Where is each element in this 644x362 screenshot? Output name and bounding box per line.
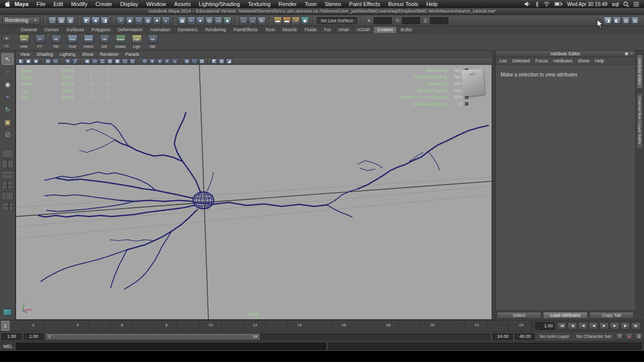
mac-menu-edit[interactable]: Edit [49,0,67,8]
mac-menu-create[interactable]: Create [92,0,116,8]
output-connections-icon[interactable]: ← [249,17,257,25]
persp-outliner-layout[interactable] [2,192,14,200]
select-by-hierarchy-icon[interactable]: ◩ [83,17,91,25]
shelf-tab-general[interactable]: General [17,27,41,33]
mask-dynamics-icon[interactable]: ● [153,17,161,25]
step-forward-key-button[interactable]: |▶ [620,322,630,330]
mac-user[interactable]: aqt [612,2,619,7]
shelf-tab-muscle[interactable]: Muscle [279,27,301,33]
shelf-tab-painteffects[interactable]: PaintEffects [230,27,262,33]
apple-icon[interactable] [5,1,11,7]
grease-pencil-icon[interactable]: ╱ [72,58,78,64]
attribute-editor-header[interactable]: Attribute Editor ▣ × [496,51,635,57]
menu-set-dropdown[interactable]: Rendering ▼ [2,17,40,25]
save-scene-icon[interactable]: ▥ [66,17,74,25]
neuron-dendrite[interactable] [127,210,198,250]
grid-toggle-icon[interactable]: ▦ [84,58,91,64]
occlusion-icon[interactable]: ◍ [184,58,190,64]
joints-xray-icon[interactable]: ◪ [226,58,232,64]
shelf-button-shake[interactable]: shakeshake [114,35,127,49]
snap-to-view-plane-icon[interactable]: ▭ [214,17,222,25]
image-plane-icon[interactable]: ▭ [52,58,59,64]
film-gate-icon[interactable]: ▭ [92,58,98,64]
camera-attributes-icon[interactable]: ◉ [33,58,39,64]
mac-menu-toon[interactable]: Toon [301,0,321,8]
ae-menu-selected[interactable]: Selected [512,58,530,63]
neuron-dendrite[interactable] [358,160,383,168]
safe-title-icon[interactable]: ◰ [129,58,136,64]
separator[interactable] [77,16,79,25]
mac-menu-bonus-tools[interactable]: Bonus Tools [384,0,422,8]
image-plane-card[interactable]: A01 [461,68,485,97]
neuron-dendrite[interactable] [111,250,127,288]
mac-menu-window[interactable]: Window [142,0,170,8]
mac-menu-stereo[interactable]: Stereo [320,0,345,8]
last-tool[interactable]: ∅ [2,129,14,140]
animation-start-field[interactable] [2,333,22,340]
step-back-frame-button[interactable]: ◀ [578,322,588,330]
copy-tab-button[interactable]: Copy Tab [589,312,634,319]
separator[interactable] [112,16,114,25]
snap-to-projected-center-icon[interactable]: ◎ [205,17,213,25]
ae-menu-focus[interactable]: Focus [535,58,548,63]
current-frame-marker[interactable]: 1 [1,321,10,331]
mac-menu-lighting-shading[interactable]: Lighting/Shading [195,0,244,8]
neuron-dendrite[interactable] [174,113,200,192]
new-scene-icon[interactable]: ▢ [48,17,56,25]
notification-center-icon[interactable] [633,2,639,7]
neuron-dendrite[interactable] [428,151,440,170]
sidebar-tab-channel-box-layer-editor[interactable]: Channel Box / Layer Editor [636,93,643,149]
open-scene-icon[interactable]: ▤ [57,17,65,25]
separator[interactable] [43,16,45,25]
show-attribute-editor-icon[interactable]: ◨ [604,17,612,25]
mac-menu-texturing[interactable]: Texturing [244,0,275,8]
show-channel-box-icon[interactable]: ▥ [622,17,630,25]
shadows-icon[interactable]: ◒ [172,58,178,64]
panel-menu-lighting[interactable]: Lighting [59,52,75,57]
shelf-button-re[interactable]: RERE [49,35,63,49]
bookmarks-icon[interactable]: ▤ [45,58,51,64]
coordinate-x-input[interactable] [374,17,392,24]
shelf-tab-rendering[interactable]: Rendering [202,27,230,33]
animation-end-field[interactable] [515,333,535,340]
shelf-tab-curves[interactable]: Curves [41,27,63,33]
viewport-canvas[interactable]: Verts3067400Edges3067400Faces3067200Tris… [16,65,492,320]
go-to-end-button[interactable]: ▶| [631,322,640,330]
show-tool-settings-icon[interactable]: ◧ [613,17,621,25]
ae-menu-attributes[interactable]: Attributes [553,58,573,63]
neuron-dendrite[interactable] [120,201,194,202]
shelf-button-ne[interactable]: NENE [146,35,159,49]
panel-menu-shading[interactable]: Shading [36,52,53,57]
move-tool[interactable]: + [2,91,14,103]
input-connections-icon[interactable]: → [239,17,248,25]
ae-menu-list[interactable]: List [500,58,507,63]
xray-icon[interactable]: ▨ [218,58,225,64]
load-attributes-button[interactable]: Load Attributes [543,312,588,319]
neuron-dendrite[interactable] [360,168,375,170]
shelf-tab-dynamics[interactable]: Dynamics [174,27,202,33]
field-chart-icon[interactable]: ▩ [114,58,121,64]
separator[interactable] [312,16,314,25]
shelf-button-hshd[interactable]: HshdHshd [82,35,95,49]
mask-rendering-icon[interactable]: ◐ [162,17,170,25]
mac-menu-maya[interactable]: Maya [11,0,33,8]
coordinate-y-input[interactable] [402,17,420,24]
shelf-button-hist[interactable]: HistHist [17,35,31,49]
show-outliner-icon[interactable]: ▤ [631,17,639,25]
shelf-tab-arrow-icon[interactable]: ▼ [2,35,11,41]
select-button[interactable]: Select [497,312,541,319]
snap-to-point-icon[interactable]: ● [196,17,204,25]
ipr-render-icon[interactable]: ▬ [283,17,291,25]
smooth-shade-icon[interactable]: ● [149,58,155,64]
shelf-button-outl[interactable]: OutlOutl [65,35,79,49]
shelf-menu-icon[interactable]: ≡ [2,43,11,49]
copy-tab-icon[interactable]: ▣ [625,51,629,56]
neuron-dendrite[interactable] [115,140,183,161]
playback-start-field[interactable] [24,333,44,340]
make-live-icon[interactable]: ◈ [223,17,231,25]
lock-camera-icon[interactable]: ▣ [25,58,32,64]
volume-icon[interactable] [525,2,531,7]
window-title-bar[interactable]: Autodesk Maya 2014 – Educational Version… [0,8,644,15]
mask-curves-icon[interactable]: ~ [135,17,143,25]
gate-mask-icon[interactable]: ▥ [107,58,113,64]
